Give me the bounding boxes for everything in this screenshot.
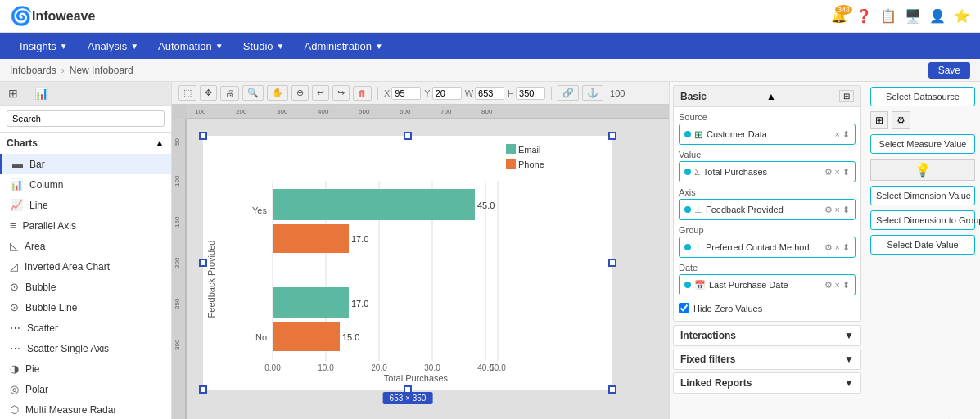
source-close-btn[interactable]: ×: [835, 129, 840, 139]
linked-reports-arrow: ▼: [844, 377, 854, 389]
top-icons: 🔔 348 ❓ 📋 🖥️ 👤 ⭐: [831, 8, 970, 24]
nav-administration[interactable]: Administration ▼: [295, 33, 393, 59]
svg-text:Feedback Provided: Feedback Provided: [206, 241, 216, 318]
date-gear-btn[interactable]: ⚙: [824, 280, 833, 291]
canvas-area: ⬚ ✥ 🖨 🔍 ✋ ⊕ ↩ ↪ 🗑 X Y W H: [172, 82, 669, 419]
svg-text:250: 250: [174, 298, 181, 309]
toolbar-redo-btn[interactable]: ↪: [332, 85, 350, 101]
notification-btn[interactable]: 🔔 348: [831, 8, 847, 24]
date-close-btn[interactable]: ×: [835, 280, 840, 290]
sidebar-charts-btn[interactable]: 📊: [26, 82, 56, 105]
sidebar-layers-btn[interactable]: ⊞: [0, 82, 26, 105]
toolbar-select-btn[interactable]: ⬚: [178, 85, 196, 101]
y-input[interactable]: [432, 87, 462, 100]
toolbar-print-btn[interactable]: 🖨: [220, 86, 239, 101]
toolbar-delete-btn[interactable]: 🗑: [353, 86, 372, 101]
chart-list: ▬ Bar 📊 Column 📈 Line ≡ Parallel Axis ◺ …: [0, 154, 171, 419]
toolbar-add-btn[interactable]: ⊕: [291, 85, 309, 101]
polar-chart-icon: ◎: [10, 383, 19, 395]
charts-collapse-icon[interactable]: ▲: [155, 137, 165, 149]
source-control: ⊞ Customer Data × ⬍: [679, 124, 856, 145]
calendar-icon: 📅: [694, 280, 706, 291]
main-layout: ⊞ 📊 Charts ▲ ▬ Bar 📊 Column 📈 Line ≡: [0, 82, 980, 419]
chart-item-bubble-line[interactable]: ⊙ Bubble Line: [0, 297, 171, 318]
fixed-filters-header[interactable]: Fixed filters ▼: [674, 349, 860, 369]
handle-ml[interactable]: [199, 259, 207, 267]
chart-item-bar[interactable]: ▬ Bar: [0, 154, 171, 174]
grid-btn[interactable]: 📋: [880, 8, 896, 24]
chart-item-area[interactable]: ◺ Area: [0, 236, 171, 256]
basic-settings-btn[interactable]: ⊞: [839, 90, 854, 102]
chart-item-scatter[interactable]: ⋯ Scatter: [0, 318, 171, 338]
handle-tl[interactable]: [199, 132, 207, 140]
toolbar-move-btn[interactable]: ✥: [200, 85, 217, 101]
chart-item-bubble[interactable]: ⊙ Bubble: [0, 277, 171, 297]
source-label: Source: [679, 112, 856, 122]
h-input[interactable]: [516, 87, 545, 100]
nav-studio[interactable]: Studio ▼: [233, 33, 295, 59]
handle-mr[interactable]: [608, 259, 616, 267]
svg-text:0.00: 0.00: [264, 363, 281, 372]
breadcrumb-new-infoboard: New Infoboard: [70, 65, 133, 76]
toolbar-undo-btn[interactable]: ↩: [312, 85, 329, 101]
datasource-hint-btn[interactable]: Select Datasource: [870, 87, 975, 106]
chart-item-parallel[interactable]: ≡ Parallel Axis: [0, 215, 171, 236]
axis-dot: [684, 206, 691, 213]
date-field: Date 📅 Last Purchase Date ⚙ × ⬍: [679, 263, 856, 295]
nav-analysis[interactable]: Analysis ▼: [78, 33, 148, 59]
svg-text:300: 300: [277, 108, 288, 115]
svg-text:800: 800: [481, 108, 493, 115]
group-gear-btn[interactable]: ⚙: [824, 242, 833, 253]
nav-automation[interactable]: Automation ▼: [148, 33, 233, 59]
axis-gear-btn[interactable]: ⚙: [824, 205, 833, 215]
toolbar-anchor-btn[interactable]: ⚓: [582, 85, 603, 101]
toolbar-link-btn[interactable]: 🔗: [558, 85, 579, 101]
handle-tr[interactable]: [608, 132, 616, 140]
group-hint-btn[interactable]: Select Dimension to Group: [870, 210, 975, 230]
w-field: W: [465, 87, 504, 100]
chart-item-polar[interactable]: ◎ Polar: [0, 379, 171, 399]
chart-item-scatter-single[interactable]: ⋯ Scatter Single Axis: [0, 338, 171, 358]
x-input[interactable]: [391, 87, 421, 100]
panel-layers-btn[interactable]: ⊞: [870, 111, 888, 129]
chart-item-radar[interactable]: ⬡ Multi Measure Radar: [0, 399, 171, 419]
measure-hint-btn[interactable]: Select Measure Value: [870, 134, 975, 154]
star-btn[interactable]: ⭐: [954, 8, 970, 24]
lightbulb-icon: 💡: [870, 159, 975, 181]
svg-text:17.0: 17.0: [351, 234, 368, 244]
inner-canvas[interactable]: Email Phone Feedback Provided Total Purc…: [187, 119, 669, 419]
toolbar-zoom-btn[interactable]: 🔍: [242, 85, 264, 101]
line-chart-icon: 📈: [10, 199, 23, 211]
axis-value: Feedback Provided: [706, 205, 821, 214]
basic-section-header[interactable]: Basic ▲ ⊞: [674, 86, 860, 107]
chart-item-inverted-area[interactable]: ◿ Inverted Area Chart: [0, 256, 171, 277]
handle-bl[interactable]: [199, 385, 207, 394]
chart-item-line[interactable]: 📈 Line: [0, 195, 171, 215]
hide-zero-checkbox[interactable]: [679, 303, 689, 313]
svg-text:600: 600: [400, 108, 411, 115]
interactions-header[interactable]: Interactions ▼: [674, 326, 860, 345]
handle-tm[interactable]: [404, 132, 412, 140]
user-btn[interactable]: 👤: [929, 8, 946, 24]
linked-reports-header[interactable]: Linked Reports ▼: [674, 373, 860, 393]
save-button[interactable]: Save: [928, 62, 970, 79]
date-hint-btn[interactable]: Select Date Value: [870, 235, 975, 255]
toolbar-hand-btn[interactable]: ✋: [267, 85, 288, 101]
w-input[interactable]: [475, 87, 504, 100]
toolbar-sep2: [551, 87, 552, 100]
value-close-btn[interactable]: ×: [835, 167, 840, 177]
monitor-btn[interactable]: 🖥️: [905, 8, 921, 24]
help-btn[interactable]: ❓: [856, 8, 872, 24]
group-close-btn[interactable]: ×: [835, 242, 840, 252]
breadcrumb-infoboards[interactable]: Infoboards: [10, 65, 56, 76]
value-gear-btn[interactable]: ⚙: [824, 167, 833, 178]
notification-badge: 348: [835, 5, 852, 15]
dimension-hint-btn[interactable]: Select Dimension Value: [870, 186, 975, 205]
nav-insights[interactable]: Insights ▼: [10, 33, 78, 59]
panel-config-btn[interactable]: ⚙: [892, 111, 910, 129]
axis-close-btn[interactable]: ×: [835, 205, 840, 214]
chart-item-pie[interactable]: ◑ Pie: [0, 358, 171, 379]
chart-item-column[interactable]: 📊 Column: [0, 174, 171, 195]
search-input[interactable]: [7, 110, 165, 127]
handle-br[interactable]: [608, 385, 616, 394]
